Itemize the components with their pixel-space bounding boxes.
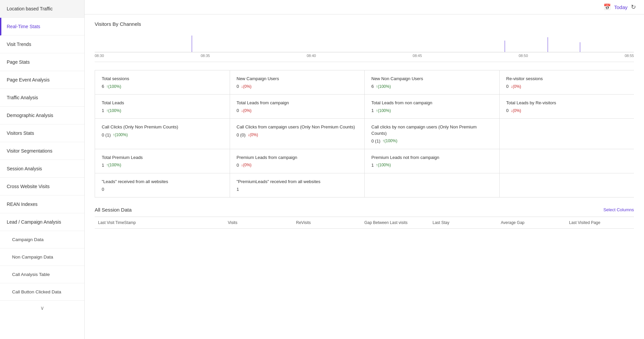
sidebar-item-demographic[interactable]: Demographic Analysis [0,107,84,124]
session-section: All Session Data Select Columns Last Vis… [95,207,634,229]
sidebar-item-rean-indexes[interactable]: REAN Indexes [0,195,84,213]
stat-value: 6↑(100%) [371,84,493,89]
chart-label: 08:30 [95,54,104,58]
sidebar-expand-chevron[interactable]: ∨ [0,301,84,315]
chart-vert-line-3 [548,37,548,52]
sidebar: Location based TrafficReal-Time StatsVis… [0,0,85,339]
stat-change: ↑(100%) [106,84,121,89]
stat-change: ↓(0%) [511,84,521,89]
chart-label: 08:45 [413,54,422,58]
sidebar-item-call-analysis[interactable]: Call Analysis Table [0,266,84,283]
stat-change: ↑(100%) [376,108,391,113]
stat-cell-0-2: New Non Campaign Users6↑(100%) [365,70,500,94]
stat-label: Total Leads from non campaign [371,100,493,106]
stat-label: Premium Leads not from campaign [371,155,493,161]
calendar-icon[interactable]: 📅 [603,3,611,11]
sidebar-item-visit-trends[interactable]: Visit Trends [0,36,84,53]
session-title: All Session Data [95,207,132,213]
stat-value: 0↓(0%) [506,108,628,113]
stat-cell-4-2 [365,173,500,197]
main-content: 📅 Today ↻ Visitors By Channels 08:3008:3… [85,0,644,339]
stat-label: Total Leads from campaign [237,100,358,106]
stat-cell-1-2: Total Leads from non campaign1↑(100%) [365,95,500,118]
stat-label: New Campaign Users [237,76,358,82]
refresh-icon[interactable]: ↻ [631,3,636,11]
stat-number: 0 [506,108,509,113]
sidebar-item-non-campaign-data[interactable]: Non Campaign Data [0,248,84,266]
stat-value: 0↓(0%) [237,108,358,113]
select-columns-button[interactable]: Select Columns [603,207,634,212]
stat-cell-1-3: Total Leads by Re-visitors0↓(0%) [500,95,634,118]
sidebar-item-visitors-stats[interactable]: Visitors Stats [0,124,84,142]
stat-cell-2-0: Call Clicks (Only Non Premium Counts)0 (… [95,119,230,149]
stats-row-2: Call Clicks (Only Non Premium Counts)0 (… [95,119,634,149]
table-column-0: Last Visit TimeStamp [95,220,225,225]
stat-value: 1↑(100%) [102,108,223,113]
stat-cell-1-0: Total Leads1↑(100%) [95,95,230,118]
stat-value: 1↑(100%) [371,163,493,168]
stats-row-3: Total Premium Leads1↑(100%)Premium Leads… [95,149,634,173]
stat-value: 0 (1)↑(100%) [102,132,223,137]
stat-value: 1↑(100%) [102,163,223,168]
sidebar-item-lead-campaign[interactable]: Lead / Campaign Analysis [0,213,84,231]
stat-cell-4-0: "Leads" received from all websites0 [95,173,230,197]
stat-value: 0↓(0%) [237,163,358,168]
stat-value: 0 (0)↓(0%) [237,132,358,137]
stat-number: 1 [102,163,104,168]
sidebar-item-page-event[interactable]: Page Event Analysis [0,71,84,89]
stat-change: ↓(0%) [511,108,521,113]
stat-cell-2-2: Call clicks by non campaign users (Only … [365,119,500,149]
sidebar-item-call-button[interactable]: Call Button Clicked Data [0,283,84,301]
chart-vert-line-2 [505,41,505,52]
session-header: All Session Data Select Columns [95,207,634,213]
sidebar-item-cross-website[interactable]: Cross Website Visits [0,178,84,195]
sidebar-item-session-analysis[interactable]: Session Analysis [0,160,84,178]
stat-label: Call clicks by non campaign users (Only … [371,124,493,136]
stat-cell-3-1: Premium Leads from campaign0↓(0%) [230,149,365,173]
table-column-1: Visits [225,220,293,225]
today-button[interactable]: Today [614,4,628,10]
sidebar-item-campaign-data[interactable]: Campaign Data [0,231,84,248]
chart-vert-line-1 [192,36,192,52]
stat-number: 0 [237,163,239,168]
chart-vert-line-4 [580,42,580,52]
stat-change: ↓(0%) [247,132,258,137]
stat-cell-4-1: "PremiumLeads" received from all website… [230,173,365,197]
stat-change: ↑(100%) [113,132,128,137]
stat-number: 0 (1) [371,138,380,144]
stat-cell-3-3 [500,149,634,173]
stats-row-0: Total sessions6↑(100%)New Campaign Users… [95,70,634,95]
stat-change: ↓(0%) [241,84,251,89]
stat-change: ↑(100%) [106,163,121,167]
chart-label: 08:55 [625,54,634,58]
stats-row-4: "Leads" received from all websites0"Prem… [95,173,634,197]
stat-value: 0↓(0%) [506,84,628,89]
sidebar-item-visitor-seg[interactable]: Visitor Segmentations [0,142,84,160]
stat-label: Total Leads [102,100,223,106]
stat-number: 0 [506,84,509,89]
stat-value: 0↓(0%) [237,84,358,89]
stat-change: ↑(100%) [376,84,391,89]
stat-number: 6 [102,84,104,89]
sidebar-item-traffic-analysis[interactable]: Traffic Analysis [0,89,84,107]
stats-grid: Total sessions6↑(100%)New Campaign Users… [95,70,634,197]
stat-cell-4-3 [500,173,634,197]
sidebar-item-location-traffic[interactable]: Location based Traffic [0,0,84,18]
sidebar-item-realtime-stats[interactable]: Real-Time Stats [0,18,84,36]
table-header: Last Visit TimeStampVisitsReVisitsGap Be… [95,217,634,229]
sidebar-item-page-stats[interactable]: Page Stats [0,53,84,71]
chart-label: 08:35 [201,54,210,58]
chart-container [95,32,634,52]
stat-value: 1 [237,187,358,192]
stat-cell-2-1: Call Clicks from campaign users (Only No… [230,119,365,149]
stat-cell-3-2: Premium Leads not from campaign1↑(100%) [365,149,500,173]
stat-number: 0 [237,84,239,89]
stat-cell-2-3 [500,119,634,149]
stat-number: 1 [102,108,104,113]
stat-value: 6↑(100%) [102,84,223,89]
chart-section: Visitors By Channels 08:3008:3508:4008:4… [95,21,634,62]
stat-label: Total Premium Leads [102,155,223,161]
stat-label: "PremiumLeads" received from all website… [237,179,358,185]
table-column-4: Last Stay [429,220,497,225]
stat-cell-0-0: Total sessions6↑(100%) [95,70,230,94]
